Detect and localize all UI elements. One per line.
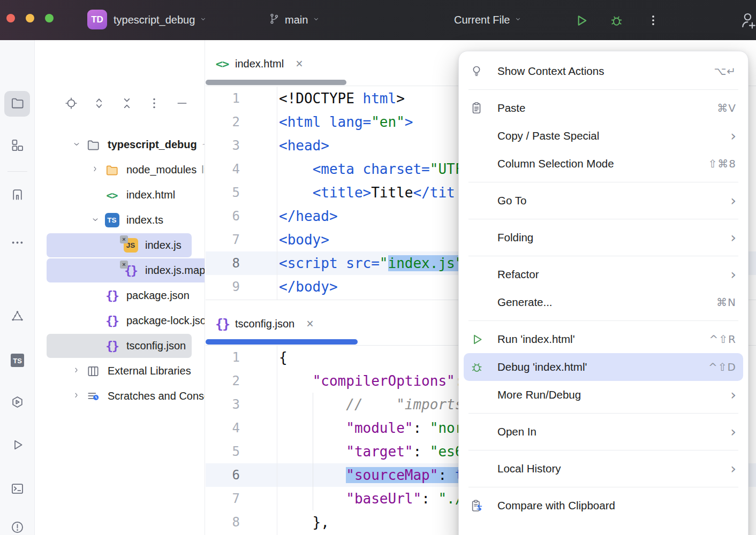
window-zoom-button[interactable]	[45, 14, 54, 22]
problems-icon	[10, 520, 25, 535]
tab-close-icon[interactable]: ×	[296, 58, 303, 70]
html-file-icon: <>	[215, 57, 230, 71]
tab-close-icon[interactable]: ×	[306, 318, 313, 330]
code-token: <title>	[313, 185, 372, 201]
tree-row-tsconfig-json[interactable]: {}tsconfig.json	[35, 333, 205, 358]
tree-indent	[89, 315, 102, 327]
line-number: 5	[206, 444, 240, 459]
project-panel: typescript_debug~node_modulesli<>index.h…	[35, 40, 205, 535]
window-close-button[interactable]	[6, 14, 15, 22]
debug-button[interactable]	[606, 10, 627, 31]
toolwindow-problems[interactable]	[4, 516, 30, 535]
tree-row-package-json[interactable]: {}package.json	[35, 283, 205, 308]
project-toolbar-expand-all[interactable]	[87, 93, 111, 116]
gutter: 2	[206, 373, 277, 388]
toolwindow-typescript-badge[interactable]: TS	[4, 349, 30, 373]
chevron-down-icon	[312, 14, 320, 26]
more-actions-kebab-icon[interactable]	[642, 10, 664, 31]
selected-text: index.js"	[388, 255, 464, 271]
chevron-right-icon[interactable]	[89, 164, 102, 177]
project-widget[interactable]: typescript_debug	[114, 0, 207, 40]
tab-tsconfig-json[interactable]: {}tsconfig.json×	[215, 316, 314, 332]
tree-row-scratches-and-consoles[interactable]: Scratches and Consoles	[35, 384, 205, 409]
chevron-down-icon[interactable]	[89, 214, 102, 227]
tree-indent	[89, 340, 102, 353]
line-number: 3	[206, 138, 240, 153]
tree-row-index-js-map[interactable]: {}×index.js.map	[35, 258, 205, 283]
toolwindow-project-folder[interactable]	[4, 91, 30, 117]
menu-item-generate[interactable]: Generate...⌘N	[459, 288, 748, 316]
toolwindow-graphql[interactable]	[4, 305, 30, 329]
progress-bar[interactable]	[206, 339, 358, 345]
line-number: 3	[206, 397, 240, 412]
toolwindow-terminal[interactable]	[4, 478, 30, 501]
menu-item-refactor[interactable]: Refactor›	[459, 261, 748, 288]
scrollbar-thumb[interactable]	[206, 80, 346, 85]
toolwindow-run-play[interactable]	[4, 434, 30, 457]
gutter: 4	[206, 421, 277, 435]
braces-file-icon: {}	[215, 316, 230, 332]
code-text: <meta charset="UTF	[279, 161, 463, 177]
menu-item-debug-index-html[interactable]: Debug 'index.html'^⇧D	[464, 353, 743, 381]
toolwindow-bookmarks[interactable]	[4, 184, 30, 207]
menu-item-copy-paste-special[interactable]: Copy / Paste Special›	[459, 122, 748, 150]
menu-item-more-run-debug[interactable]: More Run/Debug›	[459, 381, 748, 409]
run-button[interactable]	[570, 10, 592, 31]
tree-row-typescript-debug[interactable]: typescript_debug~	[35, 132, 205, 157]
chevron-right-icon[interactable]	[70, 390, 83, 403]
menu-item-show-context-actions[interactable]: Show Context Actions⌥↵	[459, 57, 748, 85]
tree-row-index-js[interactable]: JS×index.js	[35, 233, 205, 258]
menu-item-folding[interactable]: Folding›	[459, 224, 748, 251]
gutter: 5	[206, 185, 277, 200]
code-text: </body>	[279, 279, 338, 295]
titlebar: TD typescript_debug main Current File	[0, 0, 756, 40]
line-number: 2	[206, 114, 240, 129]
tree-item-label: node_modules	[126, 164, 196, 176]
tab-index-html[interactable]: <>index.html×	[215, 57, 303, 71]
submenu-arrow-icon: ›	[730, 463, 736, 475]
gutter: 7	[206, 491, 277, 506]
tree-row-package-lock-json[interactable]: {}package-lock.json	[35, 308, 205, 333]
chevron-right-icon[interactable]	[70, 365, 83, 378]
project-toolbar-more-kebab[interactable]	[142, 93, 166, 116]
menu-divider	[468, 219, 738, 219]
code-token: "en"	[371, 114, 405, 130]
compare-icon	[470, 499, 489, 513]
menu-item-column-selection-mode[interactable]: Column Selection Mode⇧⌘8	[459, 150, 748, 178]
add-user-icon[interactable]	[738, 10, 756, 31]
code-text: <body>	[279, 232, 329, 248]
tree-row-index-html[interactable]: <>index.html	[35, 182, 205, 208]
tree-row-node-modules[interactable]: node_modulesli	[35, 157, 205, 182]
project-toolbar-collapse-all[interactable]	[115, 93, 139, 116]
chevron-down-icon[interactable]	[70, 139, 83, 151]
menu-divider	[468, 256, 738, 256]
menu-item-paste[interactable]: Paste⌘V	[459, 94, 748, 122]
menu-item-open-in[interactable]: Open In›	[459, 418, 748, 446]
tree-row-index-ts[interactable]: TSindex.ts	[35, 208, 205, 233]
code-token: Title	[371, 185, 413, 201]
menu-item-compare-with-clipboard[interactable]: Compare with Clipboard	[459, 492, 748, 519]
tree-item-label: package.json	[126, 289, 190, 302]
locate-icon	[64, 96, 78, 112]
menu-item-label: Compare with Clipboard	[497, 499, 615, 512]
menu-item-go-to[interactable]: Go To›	[459, 187, 748, 215]
window-minimize-button[interactable]	[26, 14, 34, 22]
run-icon	[470, 332, 489, 347]
project-toolbar-hide[interactable]	[170, 93, 194, 116]
tree-item-label: package-lock.json	[126, 315, 205, 327]
branch-widget[interactable]: main	[268, 0, 320, 40]
tree-item-label: Scratches and Consoles	[108, 390, 205, 402]
excluded-badge-icon: ×	[120, 235, 128, 243]
gutter: 8	[206, 256, 277, 271]
menu-item-local-history[interactable]: Local History›	[459, 455, 748, 483]
toolwindow-more-dots[interactable]	[4, 232, 30, 255]
code-text: "sourceMap": t	[279, 467, 463, 483]
toolwindow-structure-squares[interactable]	[4, 134, 30, 158]
menu-item-run-index-html[interactable]: Run 'index.html'^⇧R	[459, 325, 748, 353]
project-toolbar-locate[interactable]	[59, 93, 83, 116]
line-number: 8	[206, 256, 240, 271]
code-text: "target": "es6	[279, 444, 463, 460]
tree-row-external-libraries[interactable]: External Libraries	[35, 358, 205, 384]
toolwindow-services[interactable]	[4, 391, 30, 415]
run-configuration-selector[interactable]: Current File	[454, 0, 522, 40]
